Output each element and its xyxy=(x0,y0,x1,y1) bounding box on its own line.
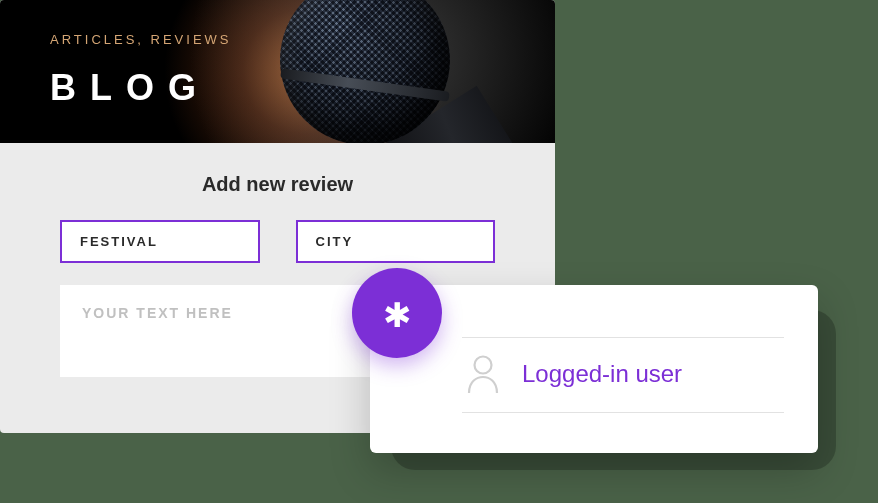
hero-banner: ARTICLES, REVIEWS BLOG xyxy=(0,0,555,143)
asterisk-icon: ✱ xyxy=(383,298,411,332)
form-heading: Add new review xyxy=(60,173,495,196)
logged-in-user-option[interactable]: Logged-in user xyxy=(462,338,784,412)
user-icon xyxy=(466,354,500,394)
hero-subtitle: ARTICLES, REVIEWS xyxy=(50,32,505,47)
svg-point-0 xyxy=(475,357,492,374)
divider xyxy=(462,412,784,413)
logged-in-user-label: Logged-in user xyxy=(522,360,682,388)
festival-input[interactable]: FESTIVAL xyxy=(60,220,260,263)
hero-title: BLOG xyxy=(50,67,505,109)
add-button[interactable]: ✱ xyxy=(352,268,442,358)
city-input[interactable]: CITY xyxy=(296,220,496,263)
form-row: FESTIVAL CITY xyxy=(60,220,495,263)
